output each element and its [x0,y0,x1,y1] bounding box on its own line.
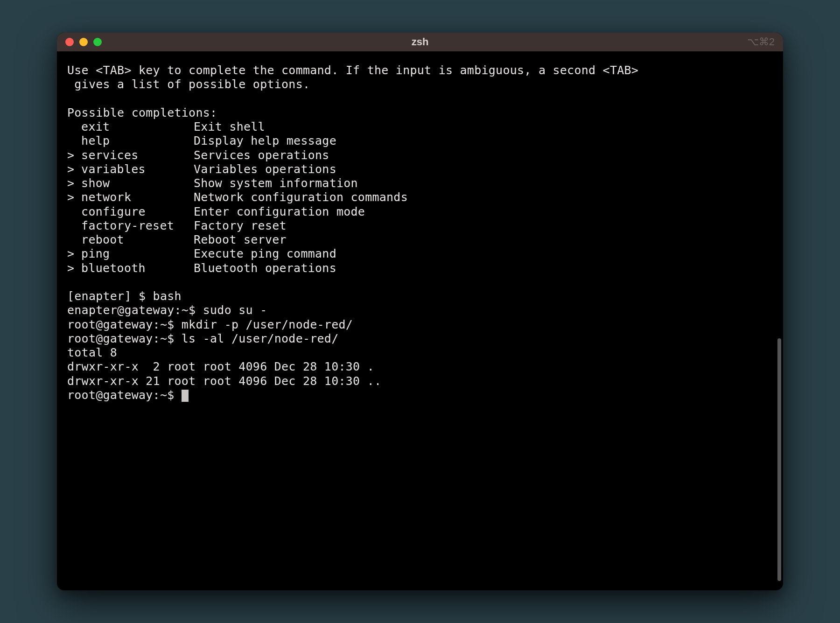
completion-row: configureEnter configuration mode [67,205,773,219]
prompt-text: root@gateway:~$ [67,388,182,402]
shell-line: total 8 [67,346,773,360]
completion-cmd: exit [81,120,194,134]
completion-row: > networkNetwork configuration commands [67,190,773,204]
intro-line: Use <TAB> key to complete the command. I… [67,63,773,77]
shell-line: root@gateway:~$ mkdir -p /user/node-red/ [67,318,773,332]
scrollbar-thumb[interactable] [777,338,781,581]
terminal-window: zsh ⌥⌘2 Use <TAB> key to complete the co… [57,33,783,590]
blank-line [67,92,773,106]
completion-marker [67,219,81,233]
completion-desc: Exit shell [194,120,265,134]
shell-line: drwxr-xr-x 21 root root 4096 Dec 28 10:3… [67,374,773,388]
completion-desc: Bluetooth operations [194,261,336,275]
completion-cmd: bluetooth [81,261,194,275]
completion-desc: Execute ping command [194,247,336,261]
shell-line: [enapter] $ bash [67,289,773,303]
completion-row: > variablesVariables operations [67,162,773,176]
completion-marker: > [67,247,81,261]
completion-marker [67,205,81,219]
completion-row: > bluetoothBluetooth operations [67,261,773,275]
completion-marker: > [67,261,81,275]
completions-header: Possible completions: [67,106,773,120]
completion-desc: Enter configuration mode [194,205,365,219]
completion-desc: Network configuration commands [194,190,408,204]
completion-cmd: ping [81,247,194,261]
completion-cmd: services [81,148,194,162]
cursor-icon [182,390,189,402]
close-button[interactable] [65,38,74,46]
completion-cmd: show [81,176,194,190]
title-bar: zsh ⌥⌘2 [57,33,783,51]
completion-marker: > [67,148,81,162]
terminal-content[interactable]: Use <TAB> key to complete the command. I… [57,51,783,590]
prompt-line[interactable]: root@gateway:~$ [67,388,773,402]
completion-desc: Variables operations [194,162,336,176]
completion-cmd: variables [81,162,194,176]
traffic-lights [65,38,102,46]
completion-cmd: configure [81,205,194,219]
maximize-button[interactable] [93,38,102,46]
completion-marker: > [67,162,81,176]
completion-cmd: factory-reset [81,219,194,233]
shell-line: root@gateway:~$ ls -al /user/node-red/ [67,332,773,346]
completion-desc: Show system information [194,176,358,190]
completion-marker [67,120,81,134]
completion-row: exitExit shell [67,120,773,134]
completion-row: helpDisplay help message [67,134,773,148]
completion-row: > pingExecute ping command [67,247,773,261]
intro-line: gives a list of possible options. [67,77,773,91]
completion-marker: > [67,190,81,204]
completion-row: factory-resetFactory reset [67,219,773,233]
minimize-button[interactable] [79,38,88,46]
completion-desc: Services operations [194,148,329,162]
completion-cmd: network [81,190,194,204]
window-title: zsh [412,36,429,48]
blank-line [67,275,773,289]
window-shortcut-badge: ⌥⌘2 [747,36,775,48]
completion-desc: Display help message [194,134,336,148]
completion-marker: > [67,176,81,190]
completion-row: > servicesServices operations [67,148,773,162]
completion-cmd: reboot [81,233,194,247]
completion-marker [67,233,81,247]
completion-row: > showShow system information [67,176,773,190]
completion-marker [67,134,81,148]
shell-line: drwxr-xr-x 2 root root 4096 Dec 28 10:30… [67,360,773,374]
completion-cmd: help [81,134,194,148]
completion-row: rebootReboot server [67,233,773,247]
completion-desc: Reboot server [194,233,287,247]
shell-line: enapter@gateway:~$ sudo su - [67,303,773,317]
completion-desc: Factory reset [194,219,287,233]
